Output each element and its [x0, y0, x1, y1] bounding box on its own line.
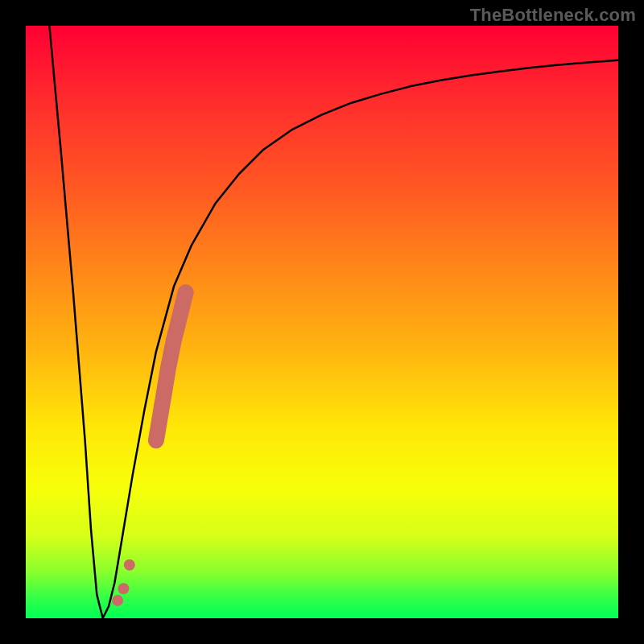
highlight-dot: [112, 595, 123, 606]
highlight-band: [156, 292, 186, 440]
bottleneck-curve: [49, 26, 618, 618]
plot-area: [26, 26, 618, 618]
highlight-dot: [124, 559, 135, 571]
highlight-dot: [118, 583, 129, 594]
scatter-layer: [112, 292, 186, 606]
chart-frame: TheBottleneck.com: [0, 0, 644, 644]
watermark-text: TheBottleneck.com: [470, 5, 636, 26]
chart-svg: [26, 26, 618, 618]
